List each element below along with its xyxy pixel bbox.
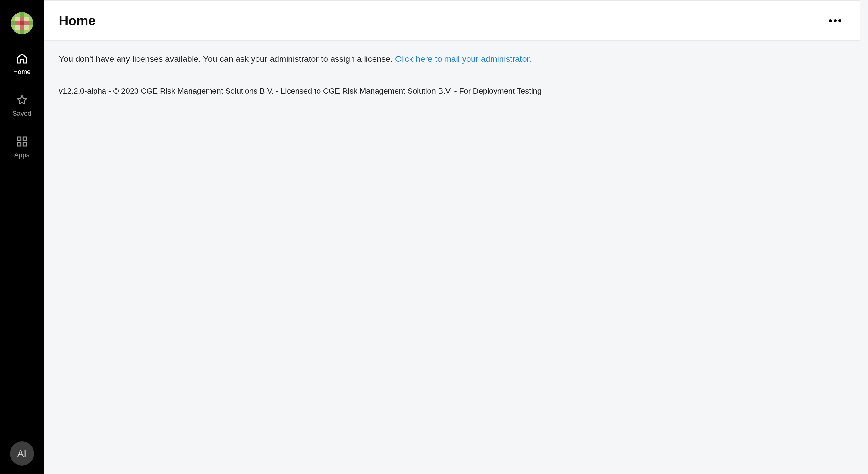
sidebar-item-saved[interactable]: Saved [0, 94, 44, 117]
license-notice-text: You don't have any licenses available. Y… [59, 54, 395, 64]
dots-icon [834, 19, 837, 22]
main-area: Home You don't have any licenses availab… [44, 0, 860, 474]
app-logo-pattern [11, 12, 33, 34]
page-header: Home [44, 1, 860, 41]
sidebar-item-apps[interactable]: Apps [0, 136, 44, 159]
sidebar-item-label: Saved [12, 110, 31, 117]
sidebar-item-label: Home [13, 68, 31, 76]
more-options-button[interactable] [826, 16, 844, 25]
page-content: You don't have any licenses available. Y… [44, 41, 860, 474]
svg-rect-0 [18, 137, 21, 141]
scrollbar-track[interactable] [860, 0, 868, 474]
star-icon [16, 94, 28, 107]
license-notice: You don't have any licenses available. Y… [59, 54, 844, 76]
app-logo[interactable] [11, 12, 33, 34]
home-icon [16, 53, 28, 66]
dots-icon [829, 19, 832, 22]
svg-rect-2 [18, 142, 21, 146]
sidebar-item-label: Apps [14, 151, 29, 159]
user-avatar[interactable]: AI [10, 441, 34, 466]
page-title: Home [59, 13, 96, 28]
avatar-initials: AI [17, 448, 26, 459]
sidebar-item-home[interactable]: Home [0, 53, 44, 76]
svg-rect-3 [23, 142, 27, 146]
svg-rect-1 [23, 137, 27, 141]
dots-icon [838, 19, 841, 22]
sidebar: Home Saved Apps AI [0, 0, 44, 474]
version-footer: v12.2.0-alpha - © 2023 CGE Risk Manageme… [59, 76, 844, 96]
apps-icon [16, 136, 28, 149]
mail-admin-link[interactable]: Click here to mail your administrator. [395, 54, 532, 64]
